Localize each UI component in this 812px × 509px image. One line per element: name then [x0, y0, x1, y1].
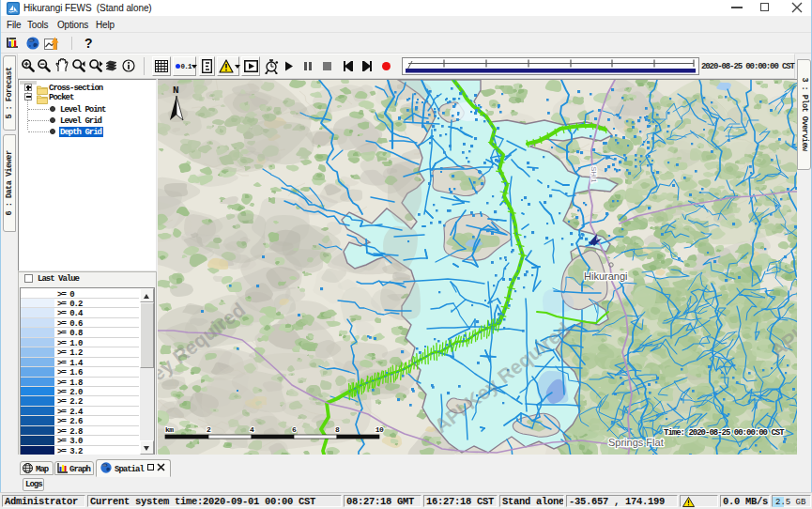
svg-text:Time: 2020-08-25 00:00:00 CST: Time: 2020-08-25 00:00:00 CST: [664, 428, 785, 438]
svg-text:SH 1: SH 1: [590, 166, 598, 183]
svg-text:Hikurangi: Hikurangi: [584, 270, 627, 282]
svg-text:10: 10: [375, 425, 384, 434]
svg-text:km: km: [165, 425, 174, 434]
svg-text:N: N: [173, 85, 179, 96]
svg-text:Springs Flat: Springs Flat: [608, 437, 664, 448]
